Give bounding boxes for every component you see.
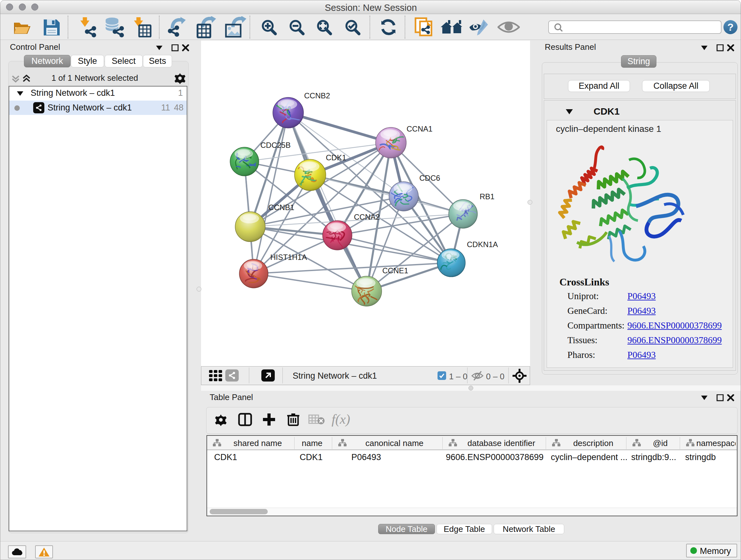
svg-text:CDC6: CDC6 xyxy=(419,174,440,182)
svg-text:CCNE1: CCNE1 xyxy=(382,266,408,275)
svg-text:HIST1H1A: HIST1H1A xyxy=(270,253,307,261)
svg-text:CCNA2: CCNA2 xyxy=(354,212,380,221)
svg-text:CDC25B: CDC25B xyxy=(260,141,291,149)
svg-text:CDKN1A: CDKN1A xyxy=(467,240,498,249)
svg-text:CDK1: CDK1 xyxy=(326,153,346,162)
svg-text:CCNB2: CCNB2 xyxy=(304,91,330,100)
svg-text:CCNA1: CCNA1 xyxy=(407,125,432,133)
svg-text:CCNB1: CCNB1 xyxy=(268,203,294,212)
svg-text:RB1: RB1 xyxy=(480,192,495,201)
